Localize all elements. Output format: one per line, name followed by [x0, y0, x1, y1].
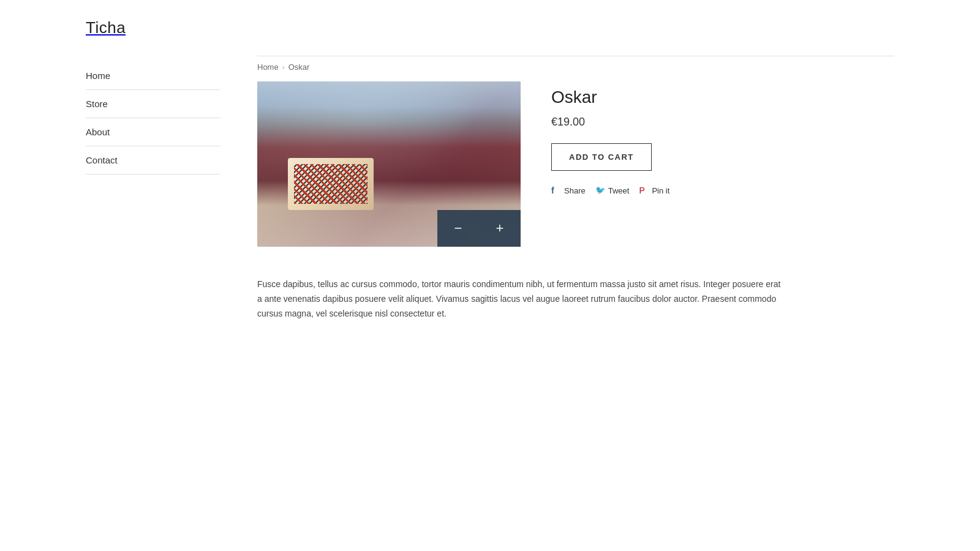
image-prev-button[interactable]: −: [437, 210, 479, 247]
pinterest-share[interactable]: P Pin it: [639, 186, 669, 195]
breadcrumb-separator: ›: [282, 63, 285, 72]
product-price: €19.00: [551, 116, 894, 129]
sidebar-link-store[interactable]: Store: [86, 90, 221, 118]
main-content: Home › Oskar − +: [257, 56, 894, 321]
site-header: Ticha: [86, 0, 894, 50]
image-nav: − +: [437, 210, 521, 247]
sidebar-item-contact: Contact: [86, 146, 221, 174]
product-description: Fusce dapibus, tellus ac cursus commodo,…: [257, 271, 784, 321]
product-clutch-detail: [288, 158, 374, 210]
product-images: − +: [257, 81, 521, 247]
sidebar: Home Store About Contact: [86, 56, 221, 321]
product-section: − + Oskar €19.00 ADD TO CART f Share: [257, 81, 894, 247]
sidebar-link-about[interactable]: About: [86, 118, 221, 146]
facebook-icon: f: [551, 186, 561, 195]
sidebar-link-home[interactable]: Home: [86, 62, 221, 89]
sidebar-nav: Home Store About Contact: [86, 62, 221, 174]
site-logo[interactable]: Ticha: [86, 18, 894, 37]
breadcrumb-home[interactable]: Home: [257, 62, 279, 72]
pin-label: Pin it: [652, 186, 669, 195]
product-title: Oskar: [551, 88, 894, 107]
twitter-icon: 🐦: [595, 186, 605, 195]
image-next-button[interactable]: +: [479, 210, 521, 247]
sidebar-item-home: Home: [86, 62, 221, 90]
sidebar-item-about: About: [86, 118, 221, 146]
site-title: Ticha: [86, 18, 894, 37]
sidebar-link-contact[interactable]: Contact: [86, 146, 221, 174]
tweet-label: Tweet: [608, 186, 630, 195]
breadcrumb-current: Oskar: [288, 62, 310, 72]
breadcrumb: Home › Oskar: [257, 56, 894, 72]
facebook-share[interactable]: f Share: [551, 186, 586, 195]
product-info: Oskar €19.00 ADD TO CART f Share 🐦 Tweet: [551, 81, 894, 195]
pinterest-icon: P: [639, 186, 649, 195]
add-to-cart-button[interactable]: ADD TO CART: [551, 143, 652, 171]
share-label: Share: [564, 186, 586, 195]
social-share: f Share 🐦 Tweet P Pin it: [551, 186, 894, 195]
sidebar-item-store: Store: [86, 90, 221, 118]
twitter-share[interactable]: 🐦 Tweet: [595, 186, 630, 195]
